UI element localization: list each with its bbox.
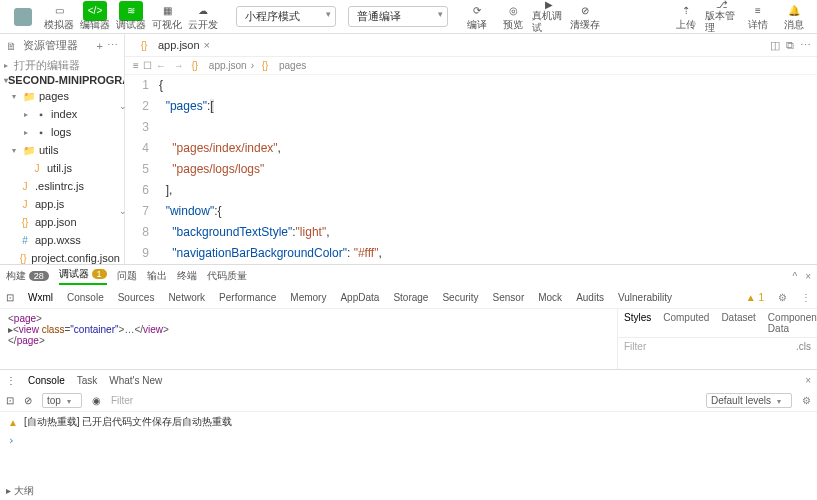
tab-appdata[interactable]: AppData xyxy=(340,292,379,303)
tab-problems[interactable]: 问题 xyxy=(117,269,137,283)
compile-button[interactable]: ⟳编译 xyxy=(460,0,494,34)
simulator-button[interactable]: ▭模拟器 xyxy=(42,0,76,34)
new-file-icon[interactable]: + xyxy=(97,40,103,52)
more-icon[interactable]: ⋯ xyxy=(107,39,118,52)
warning-badge[interactable]: ▲ 1 xyxy=(746,292,764,303)
tab-output[interactable]: 输出 xyxy=(147,269,167,283)
console-prompt[interactable]: › xyxy=(0,432,817,449)
gear-icon[interactable]: ⚙ xyxy=(778,292,787,303)
mode-dropdown[interactable]: 小程序模式 xyxy=(236,6,336,27)
tab-security[interactable]: Security xyxy=(442,292,478,303)
tab-compdata[interactable]: Component Data xyxy=(762,309,817,337)
code-lines[interactable]: { "pages":[ "pages/index/index", "pages/… xyxy=(159,75,817,264)
panel-close-icon[interactable]: × xyxy=(805,271,811,282)
explorer-sidebar: 🗎 资源管理器 + ⋯ ▸打开的编辑器 ▾SECOND-MINIPROGRAM … xyxy=(0,34,125,264)
editor-button[interactable]: </>编辑器 xyxy=(78,0,112,34)
tab-wxml[interactable]: Wxml xyxy=(28,292,53,303)
tab-mock[interactable]: Mock xyxy=(538,292,562,303)
tab-storage[interactable]: Storage xyxy=(393,292,428,303)
eye-icon[interactable]: ◉ xyxy=(92,395,101,406)
tab-quality[interactable]: 代码质量 xyxy=(207,269,247,283)
file-appjson[interactable]: {}app.json xyxy=(0,213,124,231)
tab-build[interactable]: 构建 28 xyxy=(6,269,49,283)
drawer-tab-task[interactable]: Task xyxy=(77,375,98,386)
drawer-tab-console[interactable]: Console xyxy=(28,375,65,386)
file-appwxss[interactable]: #app.wxss xyxy=(0,231,124,249)
folder-pages[interactable]: ▾📁pages xyxy=(0,87,124,105)
tab-performance[interactable]: Performance xyxy=(219,292,276,303)
tab-terminal[interactable]: 终端 xyxy=(177,269,197,283)
visualize-button[interactable]: ▦可视化 xyxy=(150,0,184,34)
console-text: [自动热重载] 已开启代码文件保存后自动热重载 xyxy=(24,415,232,429)
folder-logs[interactable]: ▸▪logs xyxy=(0,123,124,141)
tab-label: app.json xyxy=(158,39,200,51)
tab-sensor[interactable]: Sensor xyxy=(493,292,525,303)
editor-more-icon[interactable]: ⋯ xyxy=(800,39,811,52)
avatar[interactable] xyxy=(6,0,40,34)
tab-audits[interactable]: Audits xyxy=(576,292,604,303)
tab-styles[interactable]: Styles xyxy=(618,309,657,337)
preview-button[interactable]: ◎预览 xyxy=(496,0,530,34)
console-drawer-tabs: ⋮ Console Task What's New × xyxy=(0,370,817,390)
styles-filter-input[interactable]: Filter xyxy=(624,341,646,352)
compile-dropdown[interactable]: 普通编译 xyxy=(348,6,448,27)
devtools-more-icon[interactable]: ⋮ xyxy=(801,292,811,303)
devtools-body: <page> ▸<view class="container">…</view>… xyxy=(0,309,817,369)
real-device-button[interactable]: ▶真机调试 xyxy=(532,0,566,34)
tab-memory[interactable]: Memory xyxy=(290,292,326,303)
back-icon[interactable]: ← xyxy=(156,60,166,71)
tab-debugger[interactable]: 调试器 1 xyxy=(59,267,107,285)
file-utiljs[interactable]: Jutil.js xyxy=(0,159,124,177)
console-section: ⋮ Console Task What's New × ⊡ ⊘ top ◉ Fi… xyxy=(0,369,817,449)
file-eslint[interactable]: J.eslintrc.js xyxy=(0,177,124,195)
console-filter-input[interactable]: Filter xyxy=(111,395,696,406)
levels-select[interactable]: Default levels xyxy=(706,393,792,408)
forward-icon[interactable]: → xyxy=(174,60,184,71)
dom-tree[interactable]: <page> ▸<view class="container">…</view>… xyxy=(0,309,617,369)
styles-filter: Filter .cls xyxy=(618,338,817,355)
files-icon[interactable]: 🗎 xyxy=(6,40,17,52)
project-root[interactable]: ▾SECOND-MINIPROGRAM xyxy=(0,73,124,87)
copy-icon[interactable]: ⧉ xyxy=(786,39,794,52)
tab-computed[interactable]: Computed xyxy=(657,309,715,337)
details-button[interactable]: ≡详情 xyxy=(741,0,775,34)
messages-button[interactable]: 🔔消息 xyxy=(777,0,811,34)
drawer-close-icon[interactable]: × xyxy=(805,375,811,386)
cloud-dev-button[interactable]: ☁云开发 xyxy=(186,0,220,34)
file-appjs[interactable]: Japp.js xyxy=(0,195,124,213)
list-icon[interactable]: ≡ xyxy=(133,60,139,71)
close-icon[interactable]: × xyxy=(204,39,210,51)
inspect-element-icon[interactable]: ⊡ xyxy=(6,395,14,406)
footer: ▸ 大纲 xyxy=(0,482,40,500)
tab-sources[interactable]: Sources xyxy=(118,292,155,303)
console-gear-icon[interactable]: ⚙ xyxy=(802,395,811,406)
outline-section[interactable]: ▸ 大纲 xyxy=(6,485,34,496)
split-icon[interactable]: ◫ xyxy=(770,39,780,52)
opened-editors-section[interactable]: ▸打开的编辑器 xyxy=(0,57,124,73)
tab-console[interactable]: Console xyxy=(67,292,104,303)
upload-button[interactable]: ⇡上传 xyxy=(669,0,703,34)
tab-appjson[interactable]: {} app.json × xyxy=(131,38,216,52)
warning-icon: ▲ xyxy=(8,417,18,428)
bottom-panel: 构建 28 调试器 1 问题 输出 终端 代码质量 ^ × ⊡ Wxml Con… xyxy=(0,264,817,449)
drawer-more-icon[interactable]: ⋮ xyxy=(6,375,16,386)
scope-select[interactable]: top xyxy=(42,393,82,408)
tab-vulnerability[interactable]: Vulnerability xyxy=(618,292,672,303)
tab-dataset[interactable]: Dataset xyxy=(715,309,761,337)
maximize-icon[interactable]: ^ xyxy=(792,271,797,282)
code-editor[interactable]: 1 ⌄2 3 4 5 6 ⌄7 8 9 { "pages":[ "pages/i… xyxy=(125,75,817,264)
debugger-button[interactable]: ≋调试器 xyxy=(114,0,148,34)
file-projectconfig[interactable]: {}project.config.json xyxy=(0,249,124,264)
folder-utils[interactable]: ▾📁utils xyxy=(0,141,124,159)
folder-index[interactable]: ▸▪index xyxy=(0,105,124,123)
bookmark-icon[interactable]: ☐ xyxy=(143,60,152,71)
clear-console-icon[interactable]: ⊘ xyxy=(24,395,32,406)
version-mgmt-button[interactable]: ⎇版本管理 xyxy=(705,0,739,34)
cls-toggle[interactable]: .cls xyxy=(796,341,811,352)
tab-network[interactable]: Network xyxy=(168,292,205,303)
breadcrumb-file[interactable]: app.json xyxy=(209,60,247,71)
drawer-tab-whatsnew[interactable]: What's New xyxy=(109,375,162,386)
breadcrumb-symbol[interactable]: pages xyxy=(279,60,306,71)
clear-cache-button[interactable]: ⊘清缓存 xyxy=(568,0,602,34)
inspect-icon[interactable]: ⊡ xyxy=(6,292,14,303)
